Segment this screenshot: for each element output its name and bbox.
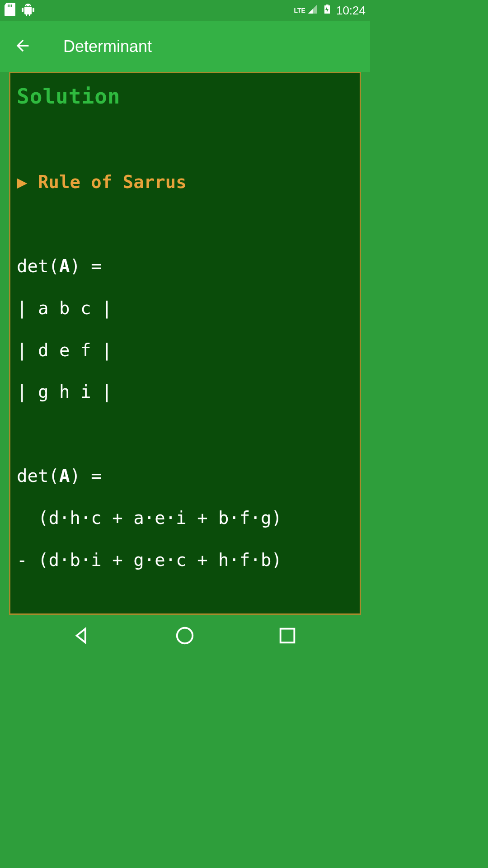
blank-line bbox=[17, 591, 353, 612]
content-wrap: Solution ▶ Rule of Sarrus det(A) = | a b… bbox=[0, 72, 370, 615]
status-time: 10:24 bbox=[336, 4, 366, 18]
nav-bar bbox=[0, 615, 370, 658]
det-a-symbolic-header: det(A) = bbox=[17, 466, 353, 486]
page-title: Determinant bbox=[63, 37, 152, 56]
nav-back-icon[interactable] bbox=[72, 625, 93, 648]
android-icon bbox=[22, 3, 34, 18]
status-right: LTE 10:24 bbox=[294, 4, 366, 18]
status-left bbox=[5, 3, 34, 18]
rule-header: ▶ Rule of Sarrus bbox=[17, 172, 353, 193]
symbolic-negative: - (d·b·i + g·e·c + h·f·b) bbox=[17, 550, 353, 571]
matrix-row-2: | d e f | bbox=[17, 340, 353, 361]
lte-label: LTE bbox=[294, 7, 305, 14]
blank-line bbox=[17, 214, 353, 235]
svg-point-0 bbox=[177, 628, 193, 644]
svg-rect-1 bbox=[280, 629, 294, 643]
blank-line bbox=[17, 130, 353, 151]
solution-panel: Solution ▶ Rule of Sarrus det(A) = | a b… bbox=[10, 73, 360, 613]
matrix-row-3: | g h i | bbox=[17, 382, 353, 402]
sd-card-icon bbox=[5, 3, 16, 18]
det-a-matrix-header: det(A) = bbox=[17, 256, 353, 277]
nav-home-icon[interactable] bbox=[174, 625, 195, 648]
matrix-row-1: | a b c | bbox=[17, 298, 353, 319]
nav-recent-icon[interactable] bbox=[277, 625, 298, 648]
back-arrow-icon[interactable] bbox=[14, 37, 32, 57]
content-card: Solution ▶ Rule of Sarrus det(A) = | a b… bbox=[9, 72, 361, 615]
app-bar: Determinant bbox=[0, 21, 370, 72]
symbolic-positive: (d·h·c + a·e·i + b·f·g) bbox=[17, 508, 353, 528]
battery-charging-icon bbox=[322, 4, 333, 18]
status-bar: LTE 10:24 bbox=[0, 0, 370, 21]
signal-icon bbox=[307, 4, 318, 18]
solution-header: Solution bbox=[17, 84, 353, 109]
blank-line bbox=[17, 424, 353, 444]
